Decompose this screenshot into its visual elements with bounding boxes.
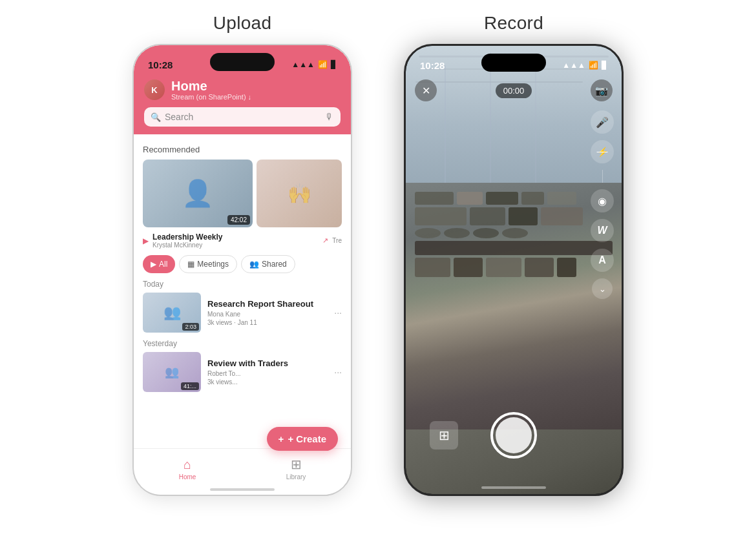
caption-a-icon: A [598,254,606,266]
chevron-down-icon: ⌄ [599,284,606,294]
caption-button[interactable]: A [591,249,614,272]
filter-all-tab[interactable]: ▶ All [143,255,175,273]
close-icon: ✕ [422,85,430,97]
create-button[interactable]: + + Create [267,427,338,451]
search-bar[interactable]: 🔍 Search 🎙 [144,107,341,127]
nav-library[interactable]: ⊞ Library [286,457,306,480]
camera-switch-icon: 📷 [595,85,608,97]
shutter-button[interactable] [490,412,537,459]
recommended-row: 👤 42:02 🙌 [143,160,342,227]
list-duration-1: 2:03 [182,323,199,331]
nav-home-label: Home [179,473,196,480]
upload-phone-frame: 10:28 ▲▲▲ 📶 ▊ K Home [132,44,352,496]
record-section: Record [404,13,624,496]
divider [602,170,603,183]
effects-icon: ◉ [598,195,607,207]
header-subtitle: Stream (on SharePoint) ↓ [171,93,251,101]
camera-switch-button[interactable]: 📷 [591,79,613,101]
upload-section: Upload 10:28 ▲▲▲ 📶 ▊ [132,13,352,496]
record-status-time: 10:28 [420,60,445,71]
plus-icon: + [278,433,284,444]
flash-button[interactable]: ⚡ [591,140,614,163]
header-top: K Home Stream (on SharePoint) ↓ [144,79,341,101]
yesterday-label: Yesterday [143,339,342,348]
video-meta-row: ▶ Leadership Weekly Krystal McKinney ↗ T… [143,232,342,249]
camera-right-controls: 🎤 ⚡ ◉ W A [591,110,614,299]
home-icon: ⌂ [184,457,191,472]
gallery-button[interactable]: ⊞ [430,421,458,450]
all-label: All [159,260,167,269]
header-title: Home [171,79,251,93]
list-info-2: Review with Traders Robert To... 3k view… [207,358,328,386]
search-icon: 🔍 [151,112,161,122]
share-icon: 👥 [249,260,259,269]
video-title: Leadership Weekly [152,232,319,242]
list-thumb-2[interactable]: 👥 41:... [143,352,201,392]
shutter-inner [496,417,532,453]
video-info: Leadership Weekly Krystal McKinney [152,232,319,249]
record-phone-frame: 10:28 ▲▲▲ 📶 ▊ ✕ 00:00 [404,44,624,496]
record-timer: 00:00 [496,83,532,98]
recommended-label: Recommended [143,145,342,154]
upload-title: Upload [213,13,272,34]
camera-close-button[interactable]: ✕ [415,79,437,101]
power-button[interactable] [351,136,352,172]
text-style-button[interactable]: W [591,219,614,242]
status-icons: ▲▲▲ 📶 ▊ [291,60,337,69]
microphone-icon: 🎤 [596,116,609,129]
upload-screen: 10:28 ▲▲▲ 📶 ▊ K Home [134,45,351,495]
list-author-2: Robert To... [207,370,328,377]
wifi-icon: 📶 [318,60,328,69]
record-home-bar [481,486,546,489]
gallery-icon: ⊞ [439,428,450,443]
battery-icon: ▊ [331,60,337,69]
list-title-2: Review with Traders [207,358,328,369]
shared-label: Shared [262,260,287,269]
record-battery-icon: ▊ [602,61,607,70]
trending-icon: ↗ [322,236,328,245]
record-power-button[interactable] [622,141,624,180]
list-duration-2: 41:... [181,382,199,390]
list-author-1: Mona Kane [207,311,328,318]
list-thumb-1[interactable]: 👥 2:03 [143,293,201,333]
record-volume-button[interactable] [404,130,405,153]
create-label: + Create [288,433,326,444]
record-status-icons: ▲▲▲ 📶 ▊ [562,61,607,70]
library-icon: ⊞ [291,457,302,472]
home-bar [210,488,275,491]
effects-button[interactable]: ◉ [591,189,614,212]
camera-bottom: ⊞ [406,412,622,459]
record-signal-icon: ▲▲▲ [562,61,585,70]
camera-ui: 10:28 ▲▲▲ 📶 ▊ ✕ 00:00 [406,46,622,494]
list-meta-1: 3k views · Jan 11 [207,319,328,326]
nav-home[interactable]: ⌂ Home [179,457,196,480]
avatar: K [144,79,165,100]
meetings-label: Meetings [197,260,229,269]
text-w-icon: W [597,225,607,236]
main-container: Upload 10:28 ▲▲▲ 📶 ▊ [26,13,730,496]
microphone-button[interactable]: 🎤 [591,110,614,134]
signal-icon: ▲▲▲ [291,60,315,69]
record-dynamic-island [481,54,546,72]
more-options-icon-2[interactable]: ··· [334,367,342,377]
app-body: Recommended 👤 42:02 🙌 [134,134,351,405]
video-icon: ▶ [143,236,149,245]
more-options-button[interactable]: ⌄ [592,278,613,299]
search-placeholder-text: Search [165,112,321,122]
more-options-icon-1[interactable]: ··· [334,307,342,318]
video-duration: 42:02 [227,215,250,225]
list-item-1: 👥 2:03 Research Report Shareout Mona Kan… [143,293,342,333]
filter-meetings-tab[interactable]: ▦ Meetings [179,255,237,273]
today-label: Today [143,280,342,289]
trending-text: Tre [332,237,342,244]
filter-shared-tab[interactable]: 👥 Shared [241,255,295,273]
calendar-icon: ▦ [187,260,194,269]
video-author: Krystal McKinney [152,242,319,249]
video-thumb-big[interactable]: 👤 42:02 [143,160,253,227]
list-meta-2: 3k views... [207,378,328,386]
dynamic-island [210,53,275,71]
video-thumb-small[interactable]: 🙌 [257,160,342,227]
play-icon-sm: ▶ [151,260,156,269]
status-time: 10:28 [148,59,173,70]
nav-library-label: Library [286,473,306,480]
